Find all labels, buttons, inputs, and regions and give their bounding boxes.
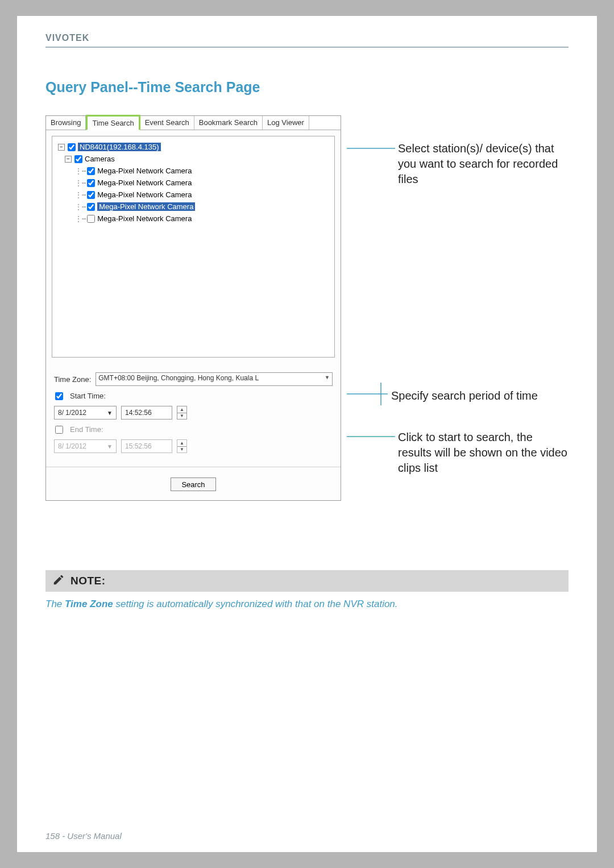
start-time-checkbox[interactable]: [55, 392, 63, 400]
note-header: NOTE:: [45, 570, 569, 592]
page-footer: 158 - User's Manual: [45, 831, 122, 841]
tab-log-viewer[interactable]: Log Viewer: [263, 116, 309, 130]
callout-search-button: Click to start to search, the results wi…: [398, 430, 569, 476]
tree-item[interactable]: ⋮⋯ Mega-Pixel Network Camera: [58, 177, 329, 189]
tree-item-label[interactable]: Mega-Pixel Network Camera: [97, 202, 195, 211]
time-section: Time Zone: GMT+08:00 Beijing, Chongging,…: [46, 363, 341, 467]
start-date-value: 8/ 1/2012: [58, 409, 86, 417]
tree-connector-icon: ⋮⋯: [75, 203, 86, 211]
tree-connector-icon: ⋮⋯: [75, 215, 86, 223]
camera-checkbox[interactable]: [87, 179, 95, 187]
content-row: Browsing Time Search Event Search Bookma…: [45, 115, 569, 525]
note-text-bold: Time Zone: [65, 599, 113, 609]
camera-checkbox[interactable]: [87, 167, 95, 175]
brand-label: VIVOTEK: [45, 33, 569, 43]
timezone-select[interactable]: GMT+08:00 Beijing, Chongging, Hong Kong,…: [96, 372, 333, 386]
tree-root[interactable]: − ND8401(192.168.4.135): [58, 141, 329, 153]
tree-folder[interactable]: − Cameras: [58, 153, 329, 165]
note-text-post: setting is automatically synchronized wi…: [113, 599, 398, 609]
tree-item-label: Mega-Pixel Network Camera: [97, 190, 192, 199]
chevron-down-icon: ▼: [107, 410, 113, 416]
arrow-down-icon: ▼: [177, 447, 186, 453]
tab-time-search[interactable]: Time Search: [86, 115, 140, 130]
search-row: Search: [46, 467, 341, 500]
query-panel: Browsing Time Search Event Search Bookma…: [45, 115, 341, 501]
tab-bookmark-search[interactable]: Bookmark Search: [194, 116, 263, 130]
end-date-select: 8/ 1/2012 ▼: [54, 439, 117, 453]
page: VIVOTEK Query Panel--Time Search Page Br…: [17, 16, 597, 852]
chevron-down-icon: ▼: [107, 443, 113, 450]
folder-checkbox[interactable]: [74, 155, 82, 163]
expander-minus-icon[interactable]: −: [65, 156, 72, 163]
callout-search-period: Specify search period of time: [391, 388, 538, 404]
root-checkbox[interactable]: [68, 143, 76, 151]
search-button[interactable]: Search: [171, 477, 216, 491]
arrow-up-icon[interactable]: ▲: [177, 406, 186, 413]
note-text-pre: The: [45, 599, 65, 609]
end-time-input: 15:52:56: [121, 439, 172, 453]
tree-item[interactable]: ⋮⋯ Mega-Pixel Network Camera: [58, 165, 329, 177]
arrow-down-icon[interactable]: ▼: [177, 413, 186, 420]
device-tree[interactable]: − ND8401(192.168.4.135) − Cameras ⋮⋯ Meg…: [52, 136, 335, 358]
tree-item-label: Mega-Pixel Network Camera: [97, 178, 192, 187]
end-time-label: End Time:: [70, 425, 103, 434]
camera-checkbox[interactable]: [87, 203, 95, 211]
timezone-value: GMT+08:00 Beijing, Chongging, Hong Kong,…: [98, 374, 259, 382]
tree-root-label[interactable]: ND8401(192.168.4.135): [78, 143, 161, 151]
tree-item[interactable]: ⋮⋯ Mega-Pixel Network Camera: [58, 189, 329, 201]
tree-connector-icon: ⋮⋯: [75, 191, 86, 199]
end-time-spinner: ▲ ▼: [177, 439, 187, 453]
section-title: Query Panel--Time Search Page: [45, 79, 569, 95]
note-text: The Time Zone setting is automatically s…: [45, 599, 569, 610]
timezone-row: Time Zone: GMT+08:00 Beijing, Chongging,…: [54, 372, 333, 386]
start-time-inputs: 8/ 1/2012 ▼ 14:52:56 ▲ ▼: [54, 406, 333, 420]
tree-item[interactable]: ⋮⋯ Mega-Pixel Network Camera: [58, 213, 329, 225]
start-time-value: 14:52:56: [125, 409, 152, 417]
callouts: Select station(s)/ device(s) that you wa…: [347, 115, 569, 525]
start-time-label: Start Time:: [70, 392, 106, 400]
end-date-value: 8/ 1/2012: [58, 442, 86, 450]
header-divider: [45, 47, 569, 48]
start-time-row: Start Time:: [54, 392, 333, 400]
tree-item-label: Mega-Pixel Network Camera: [97, 167, 192, 175]
start-date-select[interactable]: 8/ 1/2012 ▼: [54, 406, 117, 420]
tab-event-search[interactable]: Event Search: [140, 116, 194, 130]
end-time-value: 15:52:56: [125, 442, 152, 450]
arrow-up-icon: ▲: [177, 440, 186, 447]
timezone-label: Time Zone:: [54, 375, 91, 384]
camera-checkbox[interactable]: [87, 191, 95, 199]
tree-connector-icon: ⋮⋯: [75, 179, 86, 187]
expander-minus-icon[interactable]: −: [58, 144, 65, 151]
tree-item-label: Mega-Pixel Network Camera: [97, 214, 192, 223]
start-time-spinner[interactable]: ▲ ▼: [177, 406, 187, 420]
tab-browsing[interactable]: Browsing: [46, 116, 86, 130]
note-label: NOTE:: [70, 575, 106, 587]
end-time-checkbox[interactable]: [55, 426, 63, 434]
end-time-inputs: 8/ 1/2012 ▼ 15:52:56 ▲ ▼: [54, 439, 333, 453]
tab-bar: Browsing Time Search Event Search Bookma…: [46, 116, 341, 130]
end-time-row: End Time:: [54, 425, 333, 434]
callout-select-station: Select station(s)/ device(s) that you wa…: [398, 141, 569, 187]
start-time-input[interactable]: 14:52:56: [121, 406, 172, 420]
tree-connector-icon: ⋮⋯: [75, 167, 86, 175]
tree-folder-label: Cameras: [85, 155, 115, 163]
tree-item[interactable]: ⋮⋯ Mega-Pixel Network Camera: [58, 201, 329, 213]
camera-checkbox[interactable]: [87, 215, 95, 223]
pencil-icon: [52, 574, 65, 588]
